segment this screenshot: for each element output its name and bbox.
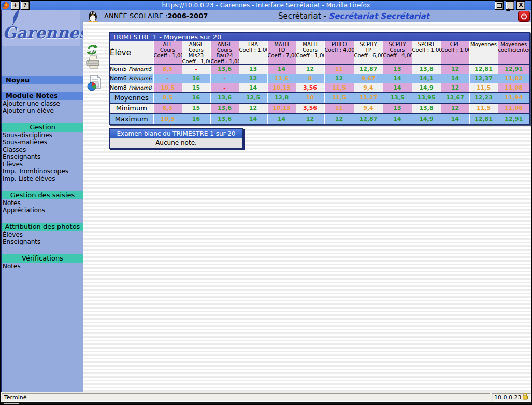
school-year-value: 2006-2007 <box>168 12 208 20</box>
student-row-nom6: Nom6 Prènom6-16-1211,68129,671414,11412,… <box>110 74 529 83</box>
grade-cell: - <box>210 74 239 83</box>
grades-header-row: ÉlèveALLCoursCoeff : 1,00ANGLCoursMis23C… <box>110 41 529 65</box>
window-bottom-border <box>1 402 532 405</box>
grade-cell: 13 <box>383 65 412 74</box>
grade-cell: 12 <box>441 83 469 93</box>
app-header: ANNÉE SCOLAIRE :2006-2007 Secrétariat - … <box>83 10 532 22</box>
power-icon <box>521 13 527 20</box>
grade-cell: 14 <box>239 113 267 124</box>
grade-cell: 10,5 <box>153 113 182 124</box>
lock-icon[interactable] <box>522 393 528 402</box>
host-address: 10.0.0.23 <box>494 394 521 401</box>
sidebar-section-module-notes[interactable]: Module Notes <box>2 92 83 100</box>
summary-row-minimum: Minimum8,51513,61210,133,56119,41313,812… <box>110 103 529 113</box>
grade-cell: 15 <box>182 103 210 113</box>
grade-cell: 11,5 <box>469 103 498 113</box>
grade-cell: - <box>153 74 182 83</box>
summary-label: Maximum <box>110 113 153 124</box>
sidebar-section-noyau[interactable]: Noyau <box>2 76 83 84</box>
maximize-button[interactable] <box>495 1 504 10</box>
grade-cell: 13 <box>383 103 412 113</box>
grade-cell: 14 <box>239 83 267 93</box>
help-button[interactable]: ? <box>21 1 30 10</box>
new-window-button[interactable]: + <box>11 1 20 10</box>
sidebar-section-attribution-des-photos[interactable]: Attribution des photos <box>2 223 83 231</box>
main-content: TRIMESTRE 1 - Moyennes sur 20 ÉlèveALLCo… <box>83 22 532 392</box>
grade-cell: 14 <box>383 74 412 83</box>
resize-grip[interactable] <box>4 403 19 404</box>
grades-table: ÉlèveALLCoursCoeff : 1,00ANGLCoursMis23C… <box>110 41 529 124</box>
sidebar-item-imp-liste-eleves[interactable]: Imp. Liste élèves <box>2 175 83 182</box>
grades-panel: TRIMESTRE 1 - Moyennes sur 20 ÉlèveALLCo… <box>109 32 530 125</box>
grade-cell: 14 <box>441 113 469 124</box>
sidebar-item-enseignants[interactable]: Enseignants <box>2 238 83 245</box>
column-header-fra-coeff-1-00: FRACoeff : 1,00 <box>239 41 267 65</box>
sidebar-item-appreciations[interactable]: Appréciations <box>2 207 83 214</box>
sidebar-item-sous-disciplines[interactable]: Sous-disciplines <box>2 132 83 139</box>
grade-cell: 12,91 <box>498 65 529 74</box>
stats-icon[interactable] <box>87 74 103 95</box>
sidebar-item-enseignants[interactable]: Enseignants <box>2 153 83 161</box>
column-header-scphy-tp-coeff-6-00: SCPHYTPCoeff : 6,00 <box>354 41 383 65</box>
grade-cell: 12,23 <box>469 93 498 103</box>
grade-cell: 14 <box>383 83 412 93</box>
sidebar-item-notes[interactable]: Notes <box>2 199 83 207</box>
column-header-cpe-coeff-1-00: CPECoeff : 1,00 <box>441 41 469 65</box>
sidebar-item-eleves[interactable]: Élèves <box>2 161 83 168</box>
grade-cell: 3,56 <box>296 83 324 93</box>
column-header-sport-coeff-1-00: SPORTCoeff : 1,00 <box>412 41 441 65</box>
exam-panel-body: Aucune note. <box>110 138 242 148</box>
sidebar-item-ajouter-une-classe[interactable]: Ajouter une classe <box>2 100 83 107</box>
grade-cell: 14,9 <box>412 113 441 124</box>
sidebar-item-eleves[interactable]: Élèves <box>2 231 83 238</box>
grade-cell: 13,6 <box>210 93 239 103</box>
column-header-eleve: Élève <box>110 41 153 65</box>
grade-cell: 13,5 <box>383 93 412 103</box>
student-row-nom8: Nom8 Prènom810,515-1410,133,5611,59,4141… <box>110 83 529 93</box>
firefox-window: + ? https://10.0.0.23 - Garennes - Inter… <box>0 0 532 405</box>
grade-cell: 13,95 <box>412 93 441 103</box>
sidebar-item-sous-matieres[interactable]: Sous-matières <box>2 139 83 146</box>
grade-cell: 14,9 <box>412 83 441 93</box>
grade-cell: 14 <box>267 65 296 74</box>
logout-power-button[interactable] <box>518 11 530 22</box>
grade-cell: 16 <box>182 93 210 103</box>
status-text: Terminé <box>2 393 490 402</box>
shade-button[interactable] <box>506 1 514 10</box>
sidebar-section-gestion[interactable]: Gestion <box>2 123 83 132</box>
grade-cell: 10 <box>296 93 324 103</box>
grade-cell: 11,08 <box>498 103 529 113</box>
grade-cell: 11 <box>324 103 354 113</box>
session-user: Secrétariat Secrétariat <box>329 11 429 21</box>
sidebar-item-imp-trombinoscopes[interactable]: Imp. Trombinoscopes <box>2 168 83 175</box>
grade-cell: 11,5 <box>324 93 354 103</box>
grade-cell: 11,94 <box>498 93 529 103</box>
summary-row-moyennes: Moyennes8,51613,612,512,81011,511,2713,5… <box>110 93 529 103</box>
close-button[interactable]: X <box>516 1 525 10</box>
maximize-icon <box>497 3 502 8</box>
column-header-math-td-coeff-7-00: MATHTDCoeff : 7,00 <box>267 41 296 65</box>
grade-cell: 11,5 <box>324 83 354 93</box>
sidebar-item-notes[interactable]: Notes <box>2 263 83 270</box>
column-header-all-cours-coeff-1-00: ALLCoursCoeff : 1,00 <box>153 41 182 65</box>
sidebar-section-gestion-des-saisies[interactable]: Gestion des saisies <box>2 191 83 199</box>
column-header-moyennes: Moyennes <box>469 41 498 65</box>
grade-cell: 14,1 <box>412 74 441 83</box>
sidebar: Garennes NoyauModule NotesAjouter une cl… <box>1 10 83 392</box>
grade-cell: 11 <box>324 65 354 74</box>
grade-cell: 16 <box>182 113 210 124</box>
student-name: Nom8 Prènom8 <box>110 83 153 93</box>
print-icon[interactable] <box>84 54 101 73</box>
exam-panel-title: Examen blanc du TRIMESTRE 1 sur 20 <box>110 129 242 138</box>
grade-cell: 11,6 <box>267 74 296 83</box>
sidebar-item-ajouter-un-eleve[interactable]: Ajouter un élève <box>2 107 83 114</box>
grade-cell: 12 <box>239 103 267 113</box>
grade-cell: 12 <box>296 113 324 124</box>
sidebar-section-verifications[interactable]: Vérifications <box>2 254 83 263</box>
sidebar-item-classes[interactable]: Classes <box>2 146 83 153</box>
grade-cell: 12 <box>324 74 354 83</box>
grade-cell: - <box>210 83 239 93</box>
summary-row-maximum: Maximum10,51613,61414121212,871414,91412… <box>110 113 529 124</box>
grade-cell: 12 <box>441 103 469 113</box>
grade-cell: 12,87 <box>354 65 383 74</box>
